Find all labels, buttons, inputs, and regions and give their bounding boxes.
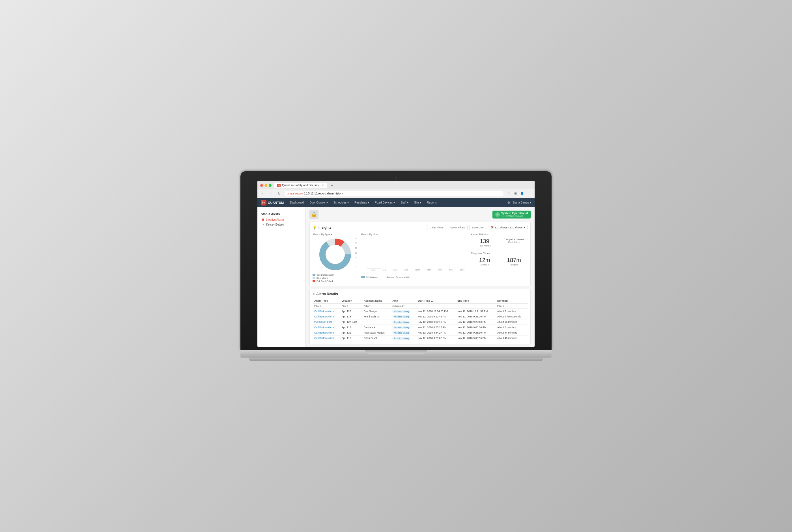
laptop: Q Quantum Safety and Security × + ← → ↻ … [240, 171, 552, 361]
filter-end-time [456, 303, 496, 308]
table-row[interactable]: Call Button Alarm Apt. 118 Minni Sathrum… [313, 314, 528, 319]
cell-location: Apt. 115 [340, 335, 362, 341]
address-bar[interactable]: ⚠ Not Secure 10.0.12.10/report-alarm-his… [284, 191, 504, 196]
clear-filters-btn[interactable]: Clear Filters [427, 225, 446, 230]
cell-duration: About a few seconds [496, 314, 528, 319]
cell-resident: Danita Karl [362, 324, 391, 330]
back-btn[interactable]: ← [260, 191, 266, 197]
col-end-time: End Time [456, 298, 496, 304]
app: int QUANTUM Dashboard Door Control ▾ Sch… [257, 198, 535, 347]
cell-duration: About 44 minutes [496, 330, 528, 335]
browser-chrome: Q Quantum Safety and Security × + ← → ↻ … [257, 181, 535, 198]
date-range-btn[interactable]: 📅 11/12/2018 - 11/13/2018 ▾ [488, 225, 528, 230]
sidebar-item-active-alarm[interactable]: 1 Active Alarm [261, 217, 302, 222]
col-alarm-type: Alarm Type [313, 298, 340, 304]
user-menu-btn[interactable]: Starla Barrus ▾ [513, 201, 531, 204]
nav-item-fixed-devices[interactable]: Fixed Devices ▾ [372, 198, 398, 207]
browser-actions: ☆ ⊞ 👤 ⋮ [506, 191, 532, 196]
logo-text: QUANTUM [268, 201, 284, 204]
hamburger-icon: ≡ [313, 292, 315, 296]
col-alarm-type-label: Alarm Type [314, 299, 328, 302]
nav-item-site[interactable]: Site ▾ [411, 198, 424, 207]
cell-end-time: Nov 12, 2018 9:25:18 PM [456, 319, 496, 324]
filter-resident[interactable]: Filter ▾ [362, 303, 391, 308]
extensions-btn[interactable]: ⊞ [513, 191, 518, 196]
insights-title: 💡 Insights [313, 226, 332, 230]
legend-item-door-alarm: Door alarm [313, 277, 358, 279]
browser-titlebar: Q Quantum Safety and Security × + [257, 181, 535, 189]
minimize-window-btn[interactable] [264, 184, 267, 187]
cell-area: Assisted Living [391, 324, 416, 330]
svg-point-4 [327, 246, 344, 263]
insights-charts: Alarms By Type ▾ [313, 233, 528, 283]
nav-item-staff[interactable]: Staff ▾ [398, 198, 411, 207]
chart-legend: Total Alarms Average Response Min [361, 276, 468, 279]
avg-response-number: 12m [471, 257, 498, 264]
cell-area: Assisted Living [391, 319, 416, 324]
cell-resident: Carin Faust [362, 335, 391, 341]
avg-response-stat: 12m Average [471, 257, 498, 266]
table-row[interactable]: Call Button Alarm Apt. 121 Anastassia Ma… [313, 330, 528, 335]
close-window-btn[interactable] [260, 184, 263, 187]
cell-start-time: Nov 12, 2018 9:22:46 PM [416, 314, 456, 319]
filter-start-time [416, 303, 456, 308]
filter-area[interactable]: 2 checked ▾ [391, 303, 416, 308]
camera [395, 176, 397, 179]
donut-chart [318, 238, 352, 271]
alarm-table-body: Call Button Alarm Apt. 126 Dee Saraya As… [313, 308, 528, 341]
filter-alarm-type[interactable]: Filter ▾ [313, 303, 340, 308]
settings-btn[interactable]: ⚙ [507, 201, 510, 205]
status-label: System Operational [501, 212, 528, 215]
y-axis-labels: 302520151050 [355, 238, 357, 268]
legend-label-pull: Pull Cord Pulled [316, 280, 333, 282]
bar-chart-section: Alarms By Hour 302520151050 [361, 233, 468, 283]
nav-item-schedules[interactable]: Schedules ▾ [331, 198, 352, 207]
laptop-base [240, 350, 552, 358]
bookmark-btn[interactable]: ☆ [506, 191, 511, 196]
cell-start-time: Nov 12, 2018 8:21:02 PM [416, 335, 456, 341]
donut-section: Alarms By Type ▾ [313, 233, 358, 283]
donut-legend: Call Button Alarm Door alarm [313, 273, 358, 282]
cell-end-time: Nov 12, 2018 9:00:56 PM [456, 335, 496, 341]
cell-end-time: Nov 12, 2018 9:00:00 PM [456, 324, 496, 330]
saved-filters-btn[interactable]: Saved Filters [448, 225, 468, 230]
nav-item-door-control[interactable]: Door Control ▾ [307, 198, 330, 207]
legend-label-call: Call Button Alarm [316, 273, 334, 276]
sidebar-person-item[interactable]: ▲ Kelsey Betsey [261, 222, 302, 227]
filter-duration[interactable]: Filter ▾ [496, 303, 528, 308]
cell-end-time: Nov 12, 2018 9:28:10 PM [456, 330, 496, 335]
tab-close-btn[interactable]: × [322, 184, 324, 187]
new-tab-btn[interactable]: + [329, 183, 334, 188]
legend-item-pull-cord: Pull Cord Pulled [313, 280, 358, 282]
alarm-count-label: 1 Active Alarm [266, 218, 284, 221]
app-body: Status Alerts 1 Active Alarm ▲ Kelsey Be… [257, 207, 535, 347]
col-area: Area [391, 298, 416, 304]
nav-item-reports[interactable]: Reports [424, 198, 440, 207]
browser-tab[interactable]: Q Quantum Safety and Security × [274, 183, 327, 188]
table-row[interactable]: Call Button Alarm Apt. 112 Danita Karl A… [313, 324, 528, 330]
bar-chart-title: Alarms By Hour [361, 233, 468, 236]
table-row[interactable]: Call Button Alarm Apt. 126 Dee Saraya As… [313, 308, 528, 314]
table-row[interactable]: Pull Cord Pulled Apt. 127 Bath Assisted … [313, 319, 528, 324]
legend-item-call-button: Call Button Alarm [313, 273, 358, 276]
nav-item-dashboard[interactable]: Dashboard [287, 198, 307, 207]
cell-start-time: Nov 12, 2018 8:44:27 PM [416, 330, 456, 335]
menu-btn[interactable]: ⋮ [526, 191, 532, 196]
sidebar: Status Alerts 1 Active Alarm ▲ Kelsey Be… [257, 207, 306, 347]
legend-label-door: Door alarm [316, 277, 328, 279]
forward-btn[interactable]: → [268, 191, 274, 197]
refresh-btn[interactable]: ↻ [276, 191, 282, 197]
filter-location[interactable]: Filter ▾ [340, 303, 362, 308]
save-csv-btn[interactable]: Save CSV [469, 225, 486, 230]
system-status-btn[interactable]: ✓ System Operational 11/13/2018 12:31 AM [493, 211, 531, 218]
cell-resident: Dee Saraya [362, 308, 391, 314]
response-times-title: Response Times [471, 252, 528, 255]
table-row[interactable]: Call Button Alarm Apt. 115 Carin Faust A… [313, 335, 528, 341]
cell-start-time: Nov 12, 2018 11:04:23 PM [416, 308, 456, 314]
col-resident: Resident Name [362, 298, 391, 304]
maximize-window-btn[interactable] [269, 184, 272, 187]
nav-item-residents[interactable]: Residents ▾ [352, 198, 372, 207]
donut-chart-title: Alarms By Type ▾ [313, 233, 358, 236]
profile-btn[interactable]: 👤 [519, 191, 525, 196]
total-alarms-stat: 139 Total Alarms [471, 238, 498, 247]
